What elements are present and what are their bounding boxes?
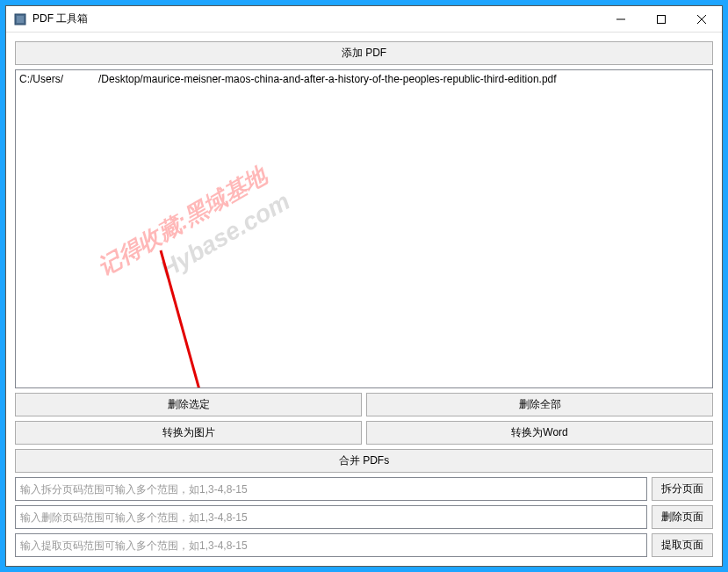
- titlebar: PDF 工具箱: [6, 6, 722, 33]
- delete-all-button[interactable]: 删除全部: [366, 393, 713, 416]
- svg-rect-1: [17, 16, 24, 23]
- annotation-arrow: [143, 242, 249, 388]
- svg-line-7: [161, 250, 227, 388]
- delete-range-input[interactable]: [15, 505, 647, 529]
- redacted-username: [63, 75, 98, 85]
- merge-pdfs-button[interactable]: 合并 PDFs: [15, 449, 713, 473]
- minimize-button[interactable]: [601, 6, 641, 33]
- content-area: 添加 PDF C:/Users//Desktop/maurice-meisner…: [6, 33, 722, 566]
- app-icon: [13, 12, 27, 26]
- window-controls: [601, 6, 722, 32]
- split-range-input[interactable]: [15, 477, 647, 501]
- delete-selected-button[interactable]: 删除选定: [15, 393, 362, 416]
- watermark: 记得收藏:黑域基地 Hybase.com: [92, 157, 295, 311]
- delete-page-row: 删除页面: [15, 505, 713, 529]
- convert-word-button[interactable]: 转换为Word: [366, 421, 713, 445]
- maximize-button[interactable]: [641, 6, 681, 33]
- convert-row: 转换为图片 转换为Word: [15, 421, 713, 445]
- main-window: PDF 工具箱 添加 PDF C:/Users//Desktop/maurice…: [5, 5, 723, 567]
- file-list[interactable]: C:/Users//Desktop/maurice-meisner-maos-c…: [15, 69, 713, 388]
- split-page-button[interactable]: 拆分页面: [652, 477, 713, 501]
- watermark-text-2: Hybase.com: [155, 187, 295, 284]
- file-path-suffix: /Desktop/maurice-meisner-maos-china-and-…: [98, 73, 557, 85]
- extract-row: 提取页面: [15, 533, 713, 557]
- extract-range-input[interactable]: [15, 533, 647, 557]
- split-row: 拆分页面: [15, 477, 713, 501]
- extract-page-button[interactable]: 提取页面: [652, 533, 713, 557]
- delete-page-button[interactable]: 删除页面: [652, 505, 713, 529]
- add-pdf-button[interactable]: 添加 PDF: [15, 41, 713, 65]
- watermark-text-1: 记得收藏:黑域基地: [92, 157, 278, 283]
- delete-row: 删除选定 删除全部: [15, 393, 713, 416]
- close-button[interactable]: [681, 6, 722, 33]
- file-path-prefix: C:/Users/: [19, 73, 63, 85]
- svg-rect-3: [658, 16, 666, 24]
- list-item[interactable]: C:/Users//Desktop/maurice-meisner-maos-c…: [18, 72, 710, 86]
- window-title: PDF 工具箱: [32, 11, 601, 26]
- convert-image-button[interactable]: 转换为图片: [15, 421, 362, 445]
